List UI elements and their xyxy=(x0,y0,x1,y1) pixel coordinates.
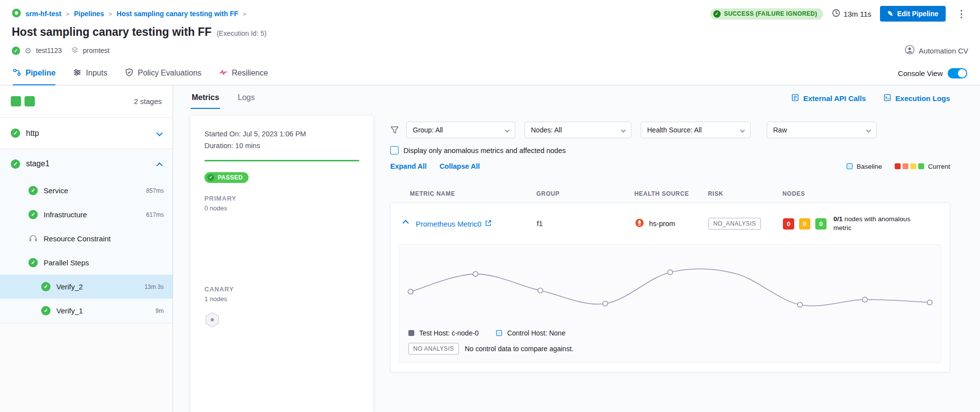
stage-status-squares xyxy=(11,96,35,106)
page-title: Host sampling canary testing with FF xyxy=(12,26,212,39)
service-name[interactable]: test1123 xyxy=(36,47,62,54)
group-filter-dropdown[interactable]: Group: All xyxy=(406,122,515,138)
risk-salmon-swatch xyxy=(903,163,908,169)
health-source-name: hs-prom xyxy=(649,220,675,228)
execution-logs-link[interactable]: Execution Logs xyxy=(883,94,950,109)
data-mode-dropdown[interactable]: Raw xyxy=(767,122,877,138)
environment-name[interactable]: promtest xyxy=(83,47,109,54)
metrics-analysis-panel: Group: All Nodes: All Health Source: All… xyxy=(373,109,980,412)
step-resource-constraint[interactable]: Resource Constraint xyxy=(0,227,173,251)
success-check-icon: ✓ xyxy=(41,306,50,315)
pencil-icon: ✎ xyxy=(887,10,893,18)
control-host-swatch xyxy=(496,330,502,336)
execution-id: (Execution Id: 5) xyxy=(217,29,267,37)
sidebar-filler xyxy=(0,323,173,412)
control-host-label: Control Host: None xyxy=(507,329,565,337)
risk-red-swatch xyxy=(895,163,901,169)
tab-pipeline[interactable]: Pipeline xyxy=(13,62,55,85)
host-legend-row: Test Host: c-node-0 Control Host: None xyxy=(400,327,941,337)
external-api-calls-link[interactable]: External API Calls xyxy=(791,94,866,109)
success-check-icon: ✓ xyxy=(28,186,38,195)
success-check-icon: ✓ xyxy=(11,129,20,138)
step-verify-2[interactable]: ✓ Verify_2 13m 3s xyxy=(0,275,173,299)
verification-summary-card: Started On: Jul 5, 2023 1:06 PM Duration… xyxy=(191,116,373,412)
tab-resilience[interactable]: Resilience xyxy=(219,62,268,85)
breadcrumb-separator: > xyxy=(243,10,247,18)
baseline-swatch xyxy=(847,163,853,169)
verification-progress-bar xyxy=(204,160,359,161)
stage-group-stage1: ✓ stage1 ✓ Service 857ms ✓ Infrastructur… xyxy=(0,149,173,323)
checkbox-box[interactable] xyxy=(390,146,399,154)
nodes-filter-dropdown[interactable]: Nodes: All xyxy=(525,122,631,138)
stage-item-http[interactable]: ✓ http xyxy=(0,118,173,149)
user-avatar-icon xyxy=(905,45,914,56)
gear-icon: ⚙ xyxy=(25,46,31,55)
execution-tabbar: Pipeline Inputs Policy Evaluations Resil… xyxy=(0,62,980,85)
step-infrastructure[interactable]: ✓ Infrastructure 617ms xyxy=(0,203,173,227)
success-check-icon: ✓ xyxy=(28,210,38,219)
inputs-icon xyxy=(73,68,81,78)
execution-sidebar: 2 stages ✓ http ✓ stage1 ✓ Service 857ms xyxy=(0,85,173,412)
canary-node-hexagon[interactable] xyxy=(204,311,220,330)
toggle-knob xyxy=(958,69,966,77)
breadcrumb-project-link[interactable]: srm-hf-test xyxy=(25,10,61,18)
current-swatches xyxy=(895,163,924,169)
passed-badge: ✓ PASSED xyxy=(204,172,249,183)
shield-check-icon xyxy=(125,68,133,78)
expand-all-link[interactable]: Expand All xyxy=(390,162,427,170)
chevron-down-icon xyxy=(740,128,745,132)
chart-legend: Baseline Current xyxy=(847,163,950,170)
test-host-label: Test Host: c-node-0 xyxy=(419,329,478,337)
metric-table-row[interactable]: Prometheus Metric0 f1 xyxy=(391,203,950,244)
breadcrumb-pipelines-link[interactable]: Pipelines xyxy=(74,10,104,18)
status-badge: ✓ SUCCESS (FAILURE IGNORED) xyxy=(710,8,823,20)
metric-name-link[interactable]: Prometheus Metric0 xyxy=(416,220,492,228)
red-node-count: 0 xyxy=(783,218,794,230)
chevron-down-icon xyxy=(866,128,871,132)
metric-group: f1 xyxy=(537,220,543,228)
pipeline-icon xyxy=(13,68,21,78)
collapse-row-chevron-icon[interactable] xyxy=(402,220,409,226)
metric-timeseries-svg[interactable] xyxy=(400,245,941,327)
tab-policy-evaluations[interactable]: Policy Evaluations xyxy=(125,62,201,85)
anomalous-only-checkbox[interactable]: Display only anomalous metrics and affec… xyxy=(390,146,950,154)
no-analysis-message: No control data to compare against. xyxy=(465,345,574,353)
chevron-up-icon xyxy=(156,162,163,169)
primary-label: PRIMARY xyxy=(204,195,359,202)
harness-module-icon xyxy=(12,8,21,19)
status-badge-label: SUCCESS (FAILURE IGNORED) xyxy=(724,10,817,17)
tab-inputs[interactable]: Inputs xyxy=(73,62,107,85)
step-service[interactable]: ✓ Service 857ms xyxy=(0,179,173,203)
amber-node-count: 0 xyxy=(799,218,810,230)
external-link-icon xyxy=(485,220,492,228)
step-verify-1[interactable]: ✓ Verify_1 9m xyxy=(0,299,173,323)
stage-success-square xyxy=(25,96,35,106)
breadcrumb-separator: > xyxy=(108,10,112,18)
anomalous-nodes-caption: 0/1 nodes with anomalous metric xyxy=(833,215,927,232)
breadcrumb-pipeline-link[interactable]: Host sampling canary testing with FF xyxy=(117,10,238,18)
success-check-icon: ✓ xyxy=(713,10,721,18)
console-view-label: Console View xyxy=(898,69,943,77)
stage-item-stage1[interactable]: ✓ stage1 xyxy=(0,149,173,179)
triggered-by-user: Automation CV xyxy=(919,47,968,55)
tab-metrics[interactable]: Metrics xyxy=(191,93,220,109)
success-check-icon: ✓ xyxy=(28,258,38,267)
test-host-swatch xyxy=(408,330,414,336)
metrics-table-header: METRIC NAME GROUP HEALTH SOURCE RISK NOD… xyxy=(390,185,950,203)
edit-pipeline-button[interactable]: ✎ Edit Pipeline xyxy=(880,6,946,22)
step-parallel-steps[interactable]: ✓ Parallel Steps xyxy=(0,251,173,275)
health-source-filter-dropdown[interactable]: Health Source: All xyxy=(641,122,751,138)
success-check-icon: ✓ xyxy=(41,282,50,291)
risk-badge: NO_ANALYSIS xyxy=(708,218,761,230)
collapse-all-link[interactable]: Collapse All xyxy=(439,162,479,170)
environment-icon xyxy=(71,46,78,55)
risk-yellow-swatch xyxy=(910,163,916,169)
api-calls-icon xyxy=(791,94,799,103)
started-on: Started On: Jul 5, 2023 1:06 PM xyxy=(204,129,359,140)
more-options-button[interactable]: ⋮ xyxy=(955,8,968,20)
chevron-down-icon xyxy=(621,128,626,132)
resource-constraint-icon xyxy=(28,233,38,244)
clock-icon xyxy=(832,9,840,19)
console-view-toggle[interactable] xyxy=(948,68,967,78)
tab-logs[interactable]: Logs xyxy=(237,93,256,109)
